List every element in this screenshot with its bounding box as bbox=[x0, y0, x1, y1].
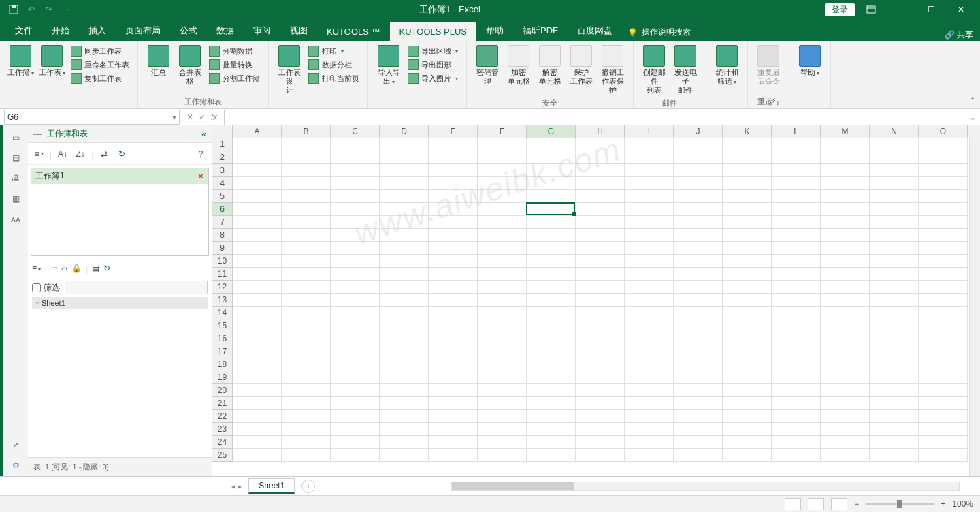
protect-sheet-button[interactable]: 保护 工作表 bbox=[566, 44, 596, 87]
cell[interactable] bbox=[233, 397, 282, 410]
cell[interactable] bbox=[478, 164, 527, 177]
cell[interactable] bbox=[527, 345, 576, 358]
column-header[interactable]: J bbox=[674, 125, 723, 138]
data-column-button[interactable]: 数据分栏 bbox=[307, 59, 361, 71]
cell[interactable] bbox=[380, 345, 429, 358]
cell[interactable] bbox=[331, 384, 380, 397]
cell[interactable] bbox=[576, 449, 625, 462]
cell[interactable] bbox=[380, 449, 429, 462]
cell[interactable] bbox=[723, 307, 772, 319]
save-icon[interactable] bbox=[5, 1, 22, 18]
cell[interactable] bbox=[478, 151, 527, 164]
cell[interactable] bbox=[772, 138, 821, 151]
tab-foxit[interactable]: 福昕PDF bbox=[513, 20, 568, 41]
cell[interactable] bbox=[527, 371, 576, 384]
cell[interactable] bbox=[331, 449, 380, 462]
encrypt-cell-button[interactable]: 加密 单元格 bbox=[504, 44, 534, 87]
cell[interactable] bbox=[429, 345, 478, 358]
cell[interactable] bbox=[233, 281, 282, 294]
cell[interactable] bbox=[674, 268, 723, 281]
merge-tables-button[interactable]: 合并表格 bbox=[175, 44, 205, 87]
zoom-out-button[interactable]: − bbox=[854, 499, 859, 509]
row-header[interactable]: 15 bbox=[212, 319, 233, 332]
cell[interactable] bbox=[674, 190, 723, 203]
tab-baidu[interactable]: 百度网盘 bbox=[568, 20, 622, 41]
cell[interactable] bbox=[331, 203, 380, 216]
sp-external-icon[interactable]: ↗ bbox=[6, 435, 25, 454]
row-header[interactable]: 16 bbox=[212, 332, 233, 345]
sheet-nav[interactable]: ◂ ▸ bbox=[225, 482, 248, 491]
cell[interactable] bbox=[576, 255, 625, 268]
row-header[interactable]: 14 bbox=[212, 307, 233, 319]
tab-review[interactable]: 审阅 bbox=[244, 20, 280, 41]
cell[interactable] bbox=[380, 384, 429, 397]
cell[interactable] bbox=[380, 138, 429, 151]
tab-kutools-plus[interactable]: KUTOOLS PLUS bbox=[390, 22, 476, 41]
cell[interactable] bbox=[772, 281, 821, 294]
cell[interactable] bbox=[478, 203, 527, 216]
cell[interactable] bbox=[429, 371, 478, 384]
sort-asc-icon[interactable]: A↓ bbox=[56, 147, 69, 161]
cell[interactable] bbox=[576, 281, 625, 294]
cell[interactable] bbox=[576, 190, 625, 203]
cell[interactable] bbox=[674, 449, 723, 462]
tab-insert[interactable]: 插入 bbox=[79, 20, 116, 41]
tab-view[interactable]: 视图 bbox=[280, 20, 317, 41]
chevron-down-icon[interactable]: ▾ bbox=[172, 112, 176, 122]
tab-kutools[interactable]: KUTOOLS ™ bbox=[317, 22, 390, 41]
page-layout-view-icon[interactable] bbox=[808, 498, 824, 510]
row-header[interactable]: 17 bbox=[212, 345, 233, 358]
cell[interactable] bbox=[233, 151, 282, 164]
cell[interactable] bbox=[821, 203, 870, 216]
cell[interactable] bbox=[821, 216, 870, 229]
cell[interactable] bbox=[282, 190, 331, 203]
cell[interactable] bbox=[478, 332, 527, 345]
cell[interactable] bbox=[919, 216, 968, 229]
row-header[interactable]: 6 bbox=[212, 203, 233, 216]
cell[interactable] bbox=[282, 358, 331, 371]
cell[interactable] bbox=[478, 307, 527, 319]
cell[interactable] bbox=[625, 164, 674, 177]
cell[interactable] bbox=[282, 423, 331, 436]
cell[interactable] bbox=[821, 151, 870, 164]
cell[interactable] bbox=[919, 151, 968, 164]
cell[interactable] bbox=[233, 307, 282, 319]
cell[interactable] bbox=[919, 242, 968, 255]
cell[interactable] bbox=[674, 203, 723, 216]
row-header[interactable]: 20 bbox=[212, 384, 233, 397]
sp-tab-1[interactable]: ▭ bbox=[6, 128, 25, 147]
row-header[interactable]: 13 bbox=[212, 294, 233, 307]
cell[interactable] bbox=[527, 138, 576, 151]
cell[interactable] bbox=[478, 358, 527, 371]
cell[interactable] bbox=[331, 410, 380, 423]
cell[interactable] bbox=[625, 307, 674, 319]
cell[interactable] bbox=[429, 281, 478, 294]
cell[interactable] bbox=[772, 384, 821, 397]
tab-help[interactable]: 帮助 bbox=[476, 20, 513, 41]
cell[interactable] bbox=[870, 332, 919, 345]
cell[interactable] bbox=[527, 164, 576, 177]
cell[interactable] bbox=[478, 384, 527, 397]
cell[interactable] bbox=[821, 436, 870, 449]
cell[interactable] bbox=[723, 345, 772, 358]
cell[interactable] bbox=[478, 138, 527, 151]
cell[interactable] bbox=[870, 255, 919, 268]
column-header[interactable]: B bbox=[282, 125, 331, 138]
cell[interactable] bbox=[282, 151, 331, 164]
column-header[interactable]: K bbox=[723, 125, 772, 138]
cell[interactable] bbox=[674, 164, 723, 177]
cell[interactable] bbox=[870, 319, 919, 332]
cell[interactable] bbox=[772, 307, 821, 319]
copy-sheets-button[interactable]: 复制工作表 bbox=[69, 72, 131, 84]
cell[interactable] bbox=[478, 255, 527, 268]
cell[interactable] bbox=[625, 345, 674, 358]
cell[interactable] bbox=[380, 410, 429, 423]
cell[interactable] bbox=[380, 242, 429, 255]
cell[interactable] bbox=[625, 203, 674, 216]
cell[interactable] bbox=[919, 177, 968, 190]
cell[interactable] bbox=[576, 436, 625, 449]
cell[interactable] bbox=[723, 151, 772, 164]
cell[interactable] bbox=[723, 294, 772, 307]
cell[interactable] bbox=[331, 294, 380, 307]
cell[interactable] bbox=[576, 177, 625, 190]
